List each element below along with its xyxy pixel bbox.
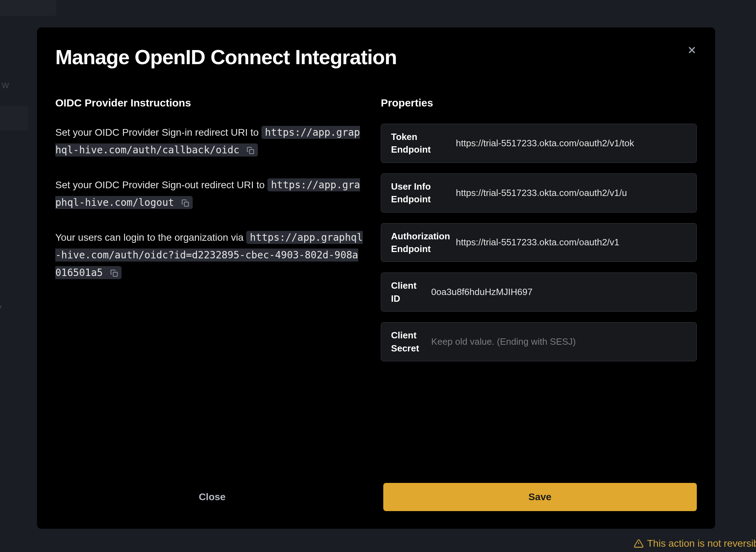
svg-rect-5 bbox=[184, 202, 188, 206]
token-endpoint-label: Token Endpoint bbox=[381, 124, 452, 162]
properties-heading: Properties bbox=[381, 97, 697, 109]
userinfo-endpoint-field: User Info Endpoint bbox=[381, 173, 697, 213]
warning-text: This action is not reversible bbox=[647, 538, 756, 549]
auth-endpoint-input[interactable] bbox=[452, 231, 696, 254]
signin-instruction: Set your OIDC Provider Sign-in redirect … bbox=[55, 124, 363, 159]
close-x-button[interactable] bbox=[683, 42, 700, 60]
auth-endpoint-field: Authorization Endpoint bbox=[381, 223, 697, 262]
modal-footer: Close Save bbox=[55, 472, 697, 511]
signout-instruction: Set your OIDC Provider Sign-out redirect… bbox=[55, 176, 363, 212]
instructions-column: OIDC Provider Instructions Set your OIDC… bbox=[55, 97, 363, 472]
warning-banner: This action is not reversible bbox=[634, 538, 756, 549]
svg-rect-4 bbox=[250, 150, 254, 154]
modal-body: OIDC Provider Instructions Set your OIDC… bbox=[55, 97, 697, 472]
client-id-input[interactable] bbox=[427, 280, 696, 304]
modal-title: Manage OpenID Connect Integration bbox=[55, 45, 397, 69]
copy-icon[interactable] bbox=[247, 147, 254, 154]
login-instruction: Your users can login to the organization… bbox=[55, 229, 363, 282]
properties-column: Properties Token Endpoint User Info Endp… bbox=[381, 97, 697, 472]
client-secret-input[interactable] bbox=[427, 330, 696, 354]
instructions-heading: OIDC Provider Instructions bbox=[55, 97, 363, 109]
client-id-label: Client ID bbox=[381, 273, 427, 311]
backdrop-element bbox=[0, 0, 56, 16]
userinfo-endpoint-label: User Info Endpoint bbox=[381, 174, 452, 212]
client-secret-label: Client Secret bbox=[381, 323, 427, 361]
close-button[interactable]: Close bbox=[55, 483, 369, 511]
svg-rect-6 bbox=[113, 272, 117, 277]
client-secret-field: Client Secret bbox=[381, 322, 697, 361]
signin-instruction-text: Set your OIDC Provider Sign-in redirect … bbox=[55, 127, 259, 138]
login-instruction-text: Your users can login to the organization… bbox=[55, 232, 243, 243]
signout-instruction-text: Set your OIDC Provider Sign-out redirect… bbox=[55, 179, 265, 190]
oidc-modal: Manage OpenID Connect Integration OIDC P… bbox=[37, 27, 715, 529]
token-endpoint-input[interactable] bbox=[452, 131, 696, 155]
token-endpoint-field: Token Endpoint bbox=[381, 124, 697, 163]
close-icon bbox=[686, 44, 698, 56]
auth-endpoint-label: Authorization Endpoint bbox=[381, 223, 452, 262]
modal-header: Manage OpenID Connect Integration bbox=[55, 45, 697, 69]
backdrop-text: sible w bbox=[0, 79, 9, 91]
copy-icon[interactable] bbox=[110, 269, 118, 277]
save-button[interactable]: Save bbox=[383, 483, 697, 511]
backdrop-text: ow Hiv bbox=[0, 302, 1, 313]
warning-triangle-icon bbox=[634, 539, 644, 548]
userinfo-endpoint-input[interactable] bbox=[452, 181, 696, 205]
copy-icon[interactable] bbox=[181, 199, 189, 207]
backdrop-element bbox=[0, 106, 28, 130]
client-id-field: Client ID bbox=[381, 272, 697, 312]
